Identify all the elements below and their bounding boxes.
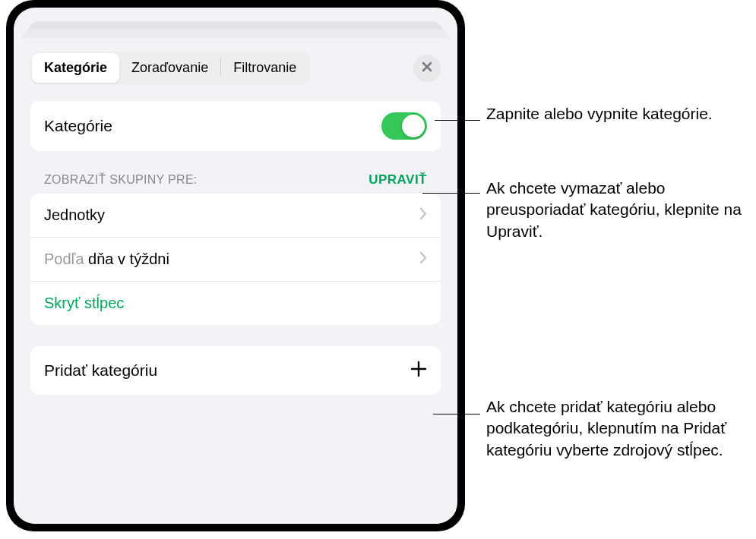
categories-toggle-card: Kategórie xyxy=(30,101,441,151)
tab-categories[interactable]: Kategórie xyxy=(32,53,119,83)
close-button[interactable] xyxy=(413,55,441,82)
callout-edit: Ak chcete vymazať alebo preusporiadať ka… xyxy=(486,178,752,242)
row-label: Skryť stĺpec xyxy=(44,295,124,312)
device-frame: Kategórie Zoraďovanie Filtrovanie Kategó… xyxy=(6,0,465,531)
callout-line xyxy=(422,193,480,194)
group-row-units[interactable]: Jednotky xyxy=(30,194,441,238)
settings-sheet: Kategórie Zoraďovanie Filtrovanie Kategó… xyxy=(15,38,456,524)
chevron-right-icon xyxy=(419,251,427,267)
groups-list: Jednotky Podľa dňa v týždni Skryť stĺpec xyxy=(30,194,441,325)
add-category-label: Pridať kategóriu xyxy=(44,361,157,380)
chevron-right-icon xyxy=(419,207,427,223)
tab-filtering[interactable]: Filtrovanie xyxy=(221,53,308,83)
plus-icon xyxy=(410,361,427,380)
groups-section-title: Zobraziť skupiny pre: xyxy=(44,173,198,187)
categories-toggle-row: Kategórie xyxy=(30,101,441,151)
screen: Kategórie Zoraďovanie Filtrovanie Kategó… xyxy=(14,8,457,524)
hide-column-row[interactable]: Skryť stĺpec xyxy=(30,282,441,325)
row-label: Podľa dňa v týždni xyxy=(44,251,169,268)
sheet-header: Kategórie Zoraďovanie Filtrovanie xyxy=(30,52,441,84)
close-icon xyxy=(421,61,433,76)
callout-line xyxy=(433,414,480,414)
callout-toggle: Zapnite alebo vypnite kategórie. xyxy=(486,103,752,125)
toggle-knob xyxy=(402,115,425,137)
categories-toggle-label: Kategórie xyxy=(44,117,112,135)
categories-toggle[interactable] xyxy=(381,112,427,140)
segmented-control: Kategórie Zoraďovanie Filtrovanie xyxy=(30,52,310,84)
add-category-card: Pridať kategóriu xyxy=(30,346,441,395)
group-row-byday[interactable]: Podľa dňa v týždni xyxy=(30,238,441,282)
callout-line xyxy=(435,120,480,121)
edit-button[interactable]: Upraviť xyxy=(369,172,427,188)
groups-section-header: Zobraziť skupiny pre: Upraviť xyxy=(30,172,441,194)
tab-sorting[interactable]: Zoraďovanie xyxy=(119,53,220,83)
add-category-button[interactable]: Pridať kategóriu xyxy=(30,346,441,395)
row-label: Jednotky xyxy=(44,206,105,224)
callout-add: Ak chcete pridať kategóriu alebo podkate… xyxy=(486,396,752,461)
